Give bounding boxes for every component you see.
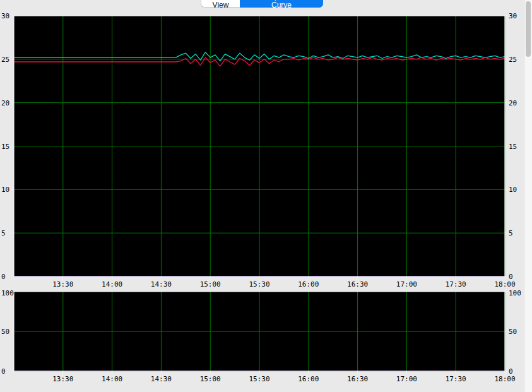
y-tick-label-left: 0 [1,367,6,376]
x-tick-label: 15:00 [200,375,221,383]
y-tick-label-left: 20 [1,99,9,107]
temperature-chart-block: 00551010151520202525303013:3014:0014:301… [0,10,523,290]
y-tick-label-left: 50 [1,328,9,336]
y-tick-label-left: 15 [1,143,9,151]
vertical-scrollbar[interactable] [524,0,532,392]
temperature-curve-chart: 00551010151520202525303013:3014:0014:301… [0,10,523,290]
y-tick-label-left: 5 [1,229,6,237]
x-tick-label: 13:30 [52,375,73,383]
y-tick-label-right: 5 [509,229,513,237]
y-tick-label-right: 100 [509,289,521,297]
x-tick-label: 18:00 [494,375,515,383]
x-tick-label: 16:00 [298,280,319,288]
x-tick-label: 15:30 [249,375,269,383]
y-tick-label-left: 100 [1,289,14,297]
x-tick-label: 14:30 [151,375,172,383]
y-tick-label-left: 0 [1,273,6,281]
x-tick-label: 14:00 [102,280,122,288]
y-tick-label-right: 15 [509,143,517,151]
x-tick-label: 15:30 [249,280,269,288]
x-tick-label: 15:00 [200,280,221,288]
y-tick-label-left: 10 [1,186,9,194]
temperature-monitor-window: 3D View Temperature Curve 00551010151520… [0,0,532,392]
y-tick-label-right: 30 [509,12,517,20]
x-tick-label: 17:00 [396,375,417,383]
y-tick-label-right: 10 [509,186,517,194]
x-tick-label: 14:30 [151,280,172,288]
y-tick-label-right: 50 [509,328,517,336]
x-tick-label: 18:00 [494,280,515,288]
x-tick-label: 16:30 [347,280,368,288]
y-tick-label-right: 25 [509,56,517,64]
x-tick-label: 16:30 [347,375,368,383]
x-tick-label: 17:30 [446,375,466,383]
x-tick-label: 17:00 [396,280,417,288]
y-tick-label-right: 20 [509,99,517,107]
tab-temperature-curve[interactable]: Temperature Curve [240,0,323,8]
secondary-chart-block: 00505010010013:3014:0014:3015:0015:3016:… [0,288,523,383]
x-tick-label: 16:00 [298,375,319,383]
y-tick-label-left: 30 [1,12,9,20]
x-tick-label: 14:00 [102,375,122,383]
y-tick-label-left: 25 [1,56,9,64]
tab-3d-view[interactable]: 3D View [201,0,240,8]
x-tick-label: 13:30 [52,280,73,288]
scrollbar-thumb[interactable] [526,1,531,57]
x-tick-label: 17:30 [446,280,466,288]
secondary-chart: 00505010010013:3014:0014:3015:0015:3016:… [0,288,523,383]
view-tabs: 3D View Temperature Curve [201,0,323,8]
